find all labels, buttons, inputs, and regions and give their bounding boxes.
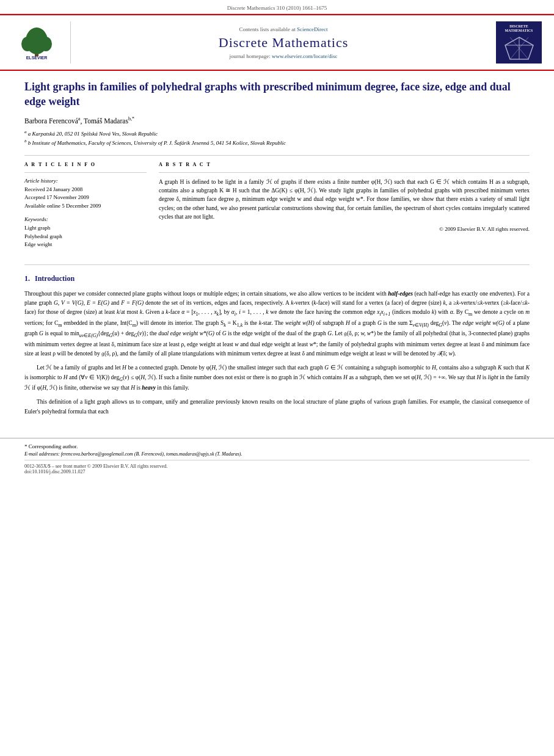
sciencedirect-link[interactable]: ScienceDirect	[297, 26, 327, 32]
elsevier-logo: ELSEVIER	[12, 23, 61, 62]
section-1-heading: 1. Introduction	[24, 274, 530, 283]
thumb-graphic	[504, 36, 534, 60]
journal-thumbnail: DISCRETEMATHEMATICS	[496, 21, 542, 64]
journal-header: Discrete Mathematics 310 (2010) 1661–167…	[0, 0, 554, 14]
svg-point-4	[40, 37, 52, 51]
svg-text:ELSEVIER: ELSEVIER	[26, 56, 48, 60]
history-label: Article history:	[24, 178, 147, 184]
issn-line: 0012-365X/$ – see front matter © 2009 El…	[24, 463, 530, 469]
affil-b: b b Institute of Mathematics, Faculty of…	[24, 139, 530, 146]
intro-para3: This definition of a light graph allows …	[24, 398, 530, 416]
article-history: Article history: Received 24 January 200…	[24, 178, 147, 211]
journal-reference: Discrete Mathematics 310 (2010) 1661–167…	[227, 5, 327, 11]
keywords-label: Keywords:	[24, 216, 147, 222]
journal-title-banner: Discrete Mathematics	[219, 35, 348, 51]
keywords-group: Keywords: Light graph Polyhedral graph E…	[24, 216, 147, 249]
intro-para1: Throughout this paper we consider connec…	[24, 289, 530, 358]
header-banner: ELSEVIER Contents lists available at Sci…	[0, 14, 554, 71]
copyright-line: © 2009 Elsevier B.V. All rights reserved…	[159, 226, 530, 232]
body-text-section1: Throughout this paper we consider connec…	[24, 289, 530, 416]
article-info-column: A R T I C L E I N F O Article history: R…	[24, 162, 147, 255]
journal-homepage: journal homepage: www.elsevier.com/locat…	[230, 53, 338, 59]
abstract-text: A graph H is defined to be light in a fa…	[159, 178, 530, 221]
corresponding-author-note: * Corresponding author.	[24, 443, 530, 449]
article-info-label: A R T I C L E I N F O	[24, 162, 147, 167]
footer-divider	[24, 460, 530, 460]
abstract-label: A B S T R A C T	[159, 162, 530, 167]
page-footer: * Corresponding author. E-mail addresses…	[0, 438, 554, 479]
section-divider	[24, 264, 530, 265]
keyword-3: Edge weight	[24, 241, 147, 249]
page: Discrete Mathematics 310 (2010) 1661–167…	[0, 0, 554, 756]
affil-a: a a Karpatská 20, 052 01 Spišská Nová Ve…	[24, 129, 530, 137]
thumb-title: DISCRETEMATHEMATICS	[505, 24, 533, 33]
available-date: Available online 5 December 2009	[24, 202, 147, 211]
authors-line: Barbora Ferencováa, Tomáš Madarasb,*	[24, 116, 530, 125]
section-title: Introduction	[35, 274, 75, 283]
two-column-section: A R T I C L E I N F O Article history: R…	[24, 155, 530, 255]
article-info-divider	[24, 172, 147, 173]
abstract-divider	[159, 172, 530, 173]
received-date: Received 24 January 2008	[24, 186, 147, 194]
homepage-url[interactable]: www.elsevier.com/locate/disc	[272, 53, 337, 59]
svg-point-3	[21, 37, 34, 51]
contents-line: Contents lists available at ScienceDirec…	[239, 26, 328, 32]
email-footnote: E-mail addresses: ferencova.barbora@goog…	[24, 451, 530, 457]
affiliations: a a Karpatská 20, 052 01 Spišská Nová Ve…	[24, 129, 530, 146]
keyword-2: Polyhedral graph	[24, 233, 147, 241]
header-center: Contents lists available at ScienceDirec…	[77, 21, 490, 64]
paper-title: Light graphs in families of polyhedral g…	[24, 80, 530, 109]
accepted-date: Accepted 17 November 2009	[24, 194, 147, 202]
elsevier-logo-area: ELSEVIER	[12, 21, 71, 64]
abstract-column: A B S T R A C T A graph H is defined to …	[159, 162, 530, 255]
section-number: 1.	[24, 274, 30, 283]
doi-line: doi:10.1016/j.disc.2009.11.027	[24, 469, 530, 474]
content-area: Light graphs in families of polyhedral g…	[0, 71, 554, 431]
keyword-1: Light graph	[24, 224, 147, 233]
intro-para2: Let ℋ be a family of graphs and let H be…	[24, 363, 530, 393]
